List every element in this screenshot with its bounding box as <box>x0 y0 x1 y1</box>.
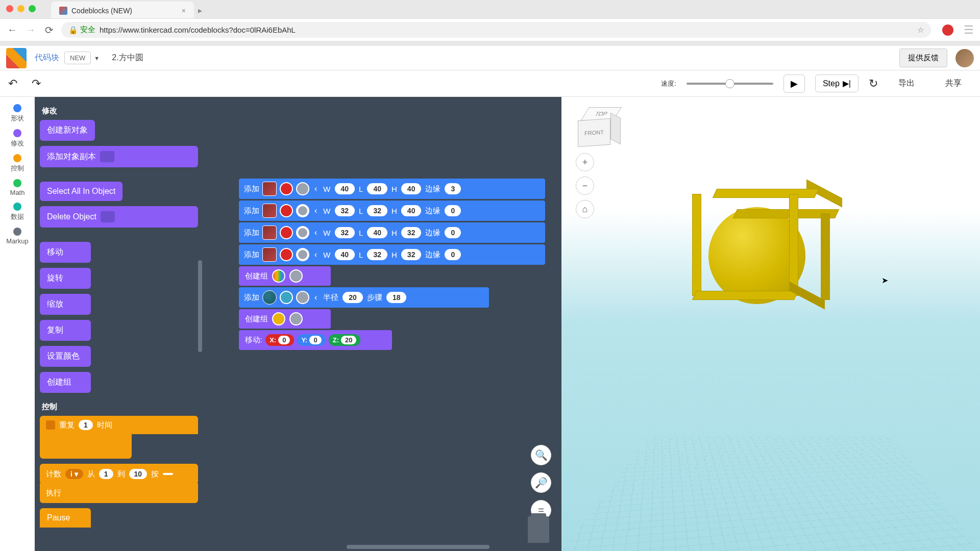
window-minimize-icon[interactable] <box>17 5 24 12</box>
ws-block-add-cube-1[interactable]: 添加 ‹ W40 L40 H40 边缘3 <box>239 179 545 199</box>
export-button[interactable]: 导出 <box>888 78 925 89</box>
circle-icon <box>13 228 21 236</box>
reset-button[interactable]: ↻ <box>869 77 878 90</box>
viewport-zoom-in-button[interactable]: + <box>576 153 594 171</box>
category-modify[interactable]: 修改 <box>0 126 35 151</box>
step-button[interactable]: Step ▶| <box>815 74 859 92</box>
block-palette[interactable]: 修改 创建新对象 添加对象副本 Select All In Object Del… <box>35 97 203 551</box>
block-select-all[interactable]: Select All In Object <box>40 182 122 201</box>
color-hole-icon[interactable] <box>296 204 309 217</box>
block-create-object[interactable]: 创建新对象 <box>40 120 95 141</box>
workplane-grid <box>561 436 980 551</box>
block-create-group[interactable]: 创建组 <box>40 372 91 393</box>
color-solid-icon[interactable] <box>280 226 293 239</box>
color-solid-icon[interactable] <box>280 182 293 195</box>
reload-button[interactable]: ⟳ <box>43 24 55 36</box>
category-control[interactable]: 控制 <box>0 151 35 176</box>
tinkercad-logo-icon[interactable] <box>6 48 27 68</box>
window-close-icon[interactable] <box>6 5 13 12</box>
chevron-left-icon[interactable]: ‹ <box>312 293 319 302</box>
ws-block-add-sphere[interactable]: 添加 ‹ 半径20 步骤18 <box>239 287 489 308</box>
view-cube-side[interactable] <box>610 113 621 145</box>
horizontal-scrollbar[interactable] <box>347 545 489 549</box>
trash-icon[interactable] <box>528 516 549 543</box>
project-name[interactable]: 2.方中圆 <box>112 53 143 63</box>
scrollbar[interactable] <box>198 260 202 352</box>
category-shapes[interactable]: 形状 <box>0 101 35 126</box>
block-count[interactable]: 计数 i ▾ 从 1 到 10 按 <box>40 464 198 484</box>
slot-icon <box>100 151 114 162</box>
undo-button[interactable]: ↶ <box>8 77 17 90</box>
block-execute[interactable]: 执行 <box>40 483 198 503</box>
palette-section-modify: 修改 <box>40 102 198 120</box>
bookmark-star-icon[interactable]: ☆ <box>917 26 924 35</box>
back-button[interactable]: ← <box>6 24 18 36</box>
color-hole-icon[interactable] <box>289 269 303 283</box>
color-rainbow-icon[interactable] <box>272 269 285 283</box>
category-math[interactable]: Math <box>0 176 35 199</box>
zoom-in-button[interactable]: 🔍 <box>531 445 551 465</box>
category-markup[interactable]: Markup <box>0 224 35 248</box>
block-set-color[interactable]: 设置颜色 <box>40 346 91 367</box>
viewport-3d[interactable]: TOP FRONT + − ⌂ ➤ <box>561 97 980 551</box>
user-menu-icon[interactable]: ☰ <box>964 23 974 37</box>
block-scale[interactable]: 缩放 <box>40 294 91 315</box>
slider-thumb[interactable] <box>725 79 734 88</box>
color-solid-icon[interactable] <box>280 204 293 217</box>
chevron-left-icon[interactable]: ‹ <box>312 250 319 259</box>
color-solid-icon[interactable] <box>280 248 293 261</box>
forward-button[interactable]: → <box>24 24 37 36</box>
block-repeat-body[interactable] <box>40 434 132 459</box>
chevron-left-icon[interactable]: ‹ <box>312 206 319 215</box>
block-delete-object[interactable]: Delete Object <box>40 206 198 228</box>
avatar[interactable] <box>955 49 974 67</box>
workspace-zoom-controls: 🔍 🔎 = <box>531 445 551 520</box>
workspace-program[interactable]: 添加 ‹ W40 L40 H40 边缘3 添加 ‹ W32 L32 H40 边缘… <box>239 179 545 350</box>
redo-button[interactable]: ↷ <box>32 77 41 90</box>
ws-block-add-cube-4[interactable]: 添加 ‹ W40 L32 H32 边缘0 <box>239 244 545 265</box>
new-tab-button[interactable]: ▸ <box>194 2 206 19</box>
view-cube[interactable]: TOP FRONT <box>576 105 620 149</box>
feedback-button[interactable]: 提供反馈 <box>899 48 947 67</box>
chevron-left-icon[interactable]: ‹ <box>312 184 319 193</box>
color-hole-icon[interactable] <box>296 248 309 261</box>
browser-tab[interactable]: Codeblocks (NEW) × <box>51 2 194 19</box>
model-preview[interactable] <box>694 189 857 352</box>
ws-block-move[interactable]: 移动: X:0 Y:0 Z:20 <box>239 330 392 350</box>
view-cube-front[interactable]: FRONT <box>578 118 610 147</box>
viewport-zoom-out-button[interactable]: − <box>576 177 594 195</box>
ws-block-create-group-1[interactable]: 创建组 <box>239 266 331 286</box>
category-data[interactable]: 数据 <box>0 199 35 224</box>
block-rotate[interactable]: 旋转 <box>40 268 91 289</box>
color-hole-icon[interactable] <box>296 226 309 239</box>
ws-block-add-cube-2[interactable]: 添加 ‹ W32 L32 H40 边缘0 <box>239 201 545 221</box>
mode-dropdown-icon[interactable]: ▼ <box>94 55 100 61</box>
workspace[interactable]: 添加 ‹ W40 L40 H40 边缘3 添加 ‹ W32 L32 H40 边缘… <box>203 97 561 551</box>
speed-label: 速度: <box>661 80 676 88</box>
color-yellow-icon[interactable] <box>272 312 285 325</box>
ws-block-add-cube-3[interactable]: 添加 ‹ W32 L40 H32 边缘0 <box>239 222 545 243</box>
zoom-out-button[interactable]: 🔎 <box>531 472 551 493</box>
speed-slider[interactable] <box>687 83 773 85</box>
url-input[interactable]: 🔒 安全 https://www.tinkercad.com/codeblock… <box>61 22 931 38</box>
window-maximize-icon[interactable] <box>29 5 36 12</box>
viewport-home-button[interactable]: ⌂ <box>576 200 594 218</box>
block-add-copy[interactable]: 添加对象副本 <box>40 146 198 167</box>
share-button[interactable]: 共享 <box>935 78 972 89</box>
color-hole-icon[interactable] <box>296 291 309 304</box>
block-copy[interactable]: 复制 <box>40 320 91 341</box>
cube-icon <box>262 182 277 196</box>
ws-block-create-group-2[interactable]: 创建组 <box>239 309 331 329</box>
cursor-icon: ➤ <box>881 276 888 285</box>
color-hole-icon[interactable] <box>289 312 303 325</box>
block-repeat[interactable]: 重复 1 时间 <box>40 416 198 434</box>
color-hole-icon[interactable] <box>296 182 309 195</box>
block-move[interactable]: 移动 <box>40 242 91 263</box>
tab-close-icon[interactable]: × <box>182 7 186 15</box>
chevron-left-icon[interactable]: ‹ <box>312 228 319 237</box>
block-pause[interactable]: Pause <box>40 508 91 528</box>
extension-icon[interactable] <box>942 24 953 36</box>
color-solid-icon[interactable] <box>280 291 293 304</box>
app-header: 代码块 NEW ▼ 2.方中圆 提供反馈 <box>0 46 980 70</box>
play-button[interactable]: ▶ <box>783 74 805 93</box>
